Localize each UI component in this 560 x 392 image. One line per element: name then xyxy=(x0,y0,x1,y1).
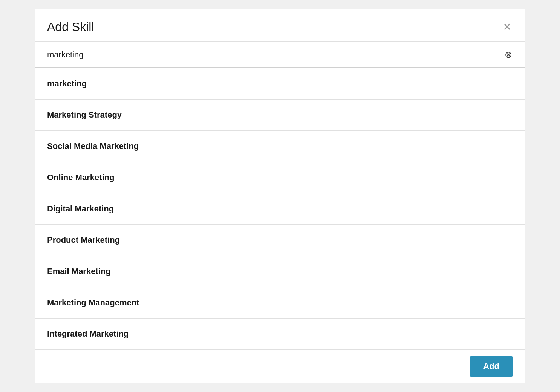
close-button[interactable]: ✕ xyxy=(501,20,513,34)
clear-icon: ⊗ xyxy=(505,49,512,60)
skills-list: marketingMarketing StrategySocial Media … xyxy=(35,68,525,350)
list-item[interactable]: marketing xyxy=(35,68,525,100)
dialog-title: Add Skill xyxy=(47,20,94,34)
search-input[interactable] xyxy=(47,50,504,60)
skill-label: marketing xyxy=(47,79,87,88)
clear-search-button[interactable]: ⊗ xyxy=(504,49,513,61)
skill-label: Online Marketing xyxy=(47,173,114,182)
list-item[interactable]: Product Marketing xyxy=(35,225,525,256)
skill-label: Product Marketing xyxy=(47,235,120,245)
close-icon: ✕ xyxy=(503,22,511,32)
list-item[interactable]: Online Marketing xyxy=(35,162,525,193)
skill-label: Email Marketing xyxy=(47,266,111,276)
list-item[interactable]: Marketing Strategy xyxy=(35,100,525,131)
list-item[interactable]: Social Media Marketing xyxy=(35,131,525,162)
dialog-footer: Add xyxy=(35,350,525,383)
list-item[interactable]: Email Marketing xyxy=(35,256,525,287)
add-button[interactable]: Add xyxy=(470,356,513,377)
add-skill-dialog: Add Skill ✕ ⊗ marketingMarketing Strateg… xyxy=(35,9,525,383)
dialog-header: Add Skill ✕ xyxy=(35,9,525,42)
skill-label: Marketing Strategy xyxy=(47,110,122,119)
skill-label: Marketing Management xyxy=(47,298,139,307)
list-item[interactable]: Marketing Management xyxy=(35,287,525,318)
skill-label: Social Media Marketing xyxy=(47,141,139,151)
skill-label: Digital Marketing xyxy=(47,204,114,213)
list-item[interactable]: Integrated Marketing xyxy=(35,318,525,350)
skill-label: Integrated Marketing xyxy=(47,329,129,338)
list-item[interactable]: Digital Marketing xyxy=(35,193,525,225)
search-row: ⊗ xyxy=(35,42,525,68)
